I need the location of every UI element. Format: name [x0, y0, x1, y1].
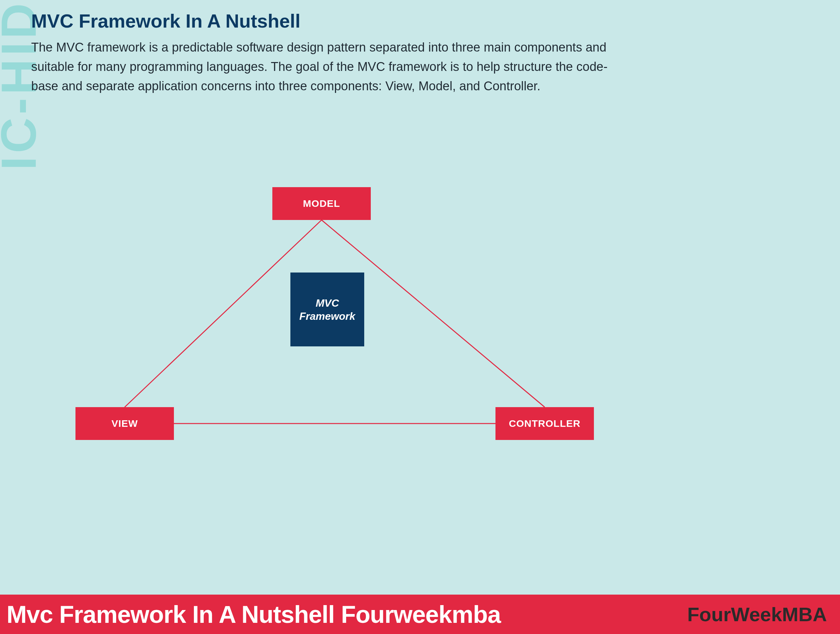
- node-model: MODEL: [272, 187, 371, 220]
- center-label-line2: Framework: [299, 310, 355, 322]
- mvc-diagram: MODEL VIEW CONTROLLER MVC Framework: [0, 171, 656, 499]
- page-description: The MVC framework is a predictable softw…: [31, 38, 632, 96]
- content-area: MVC Framework In A Nutshell The MVC fram…: [31, 10, 820, 96]
- footer-banner-text: Mvc Framework In A Nutshell Fourweekmba: [6, 601, 501, 628]
- brand-watermark: FourWeekMBA: [687, 603, 827, 626]
- center-label-line1: MVC: [316, 297, 339, 309]
- center-label: MVC Framework: [291, 272, 364, 346]
- node-controller: CONTROLLER: [496, 407, 594, 440]
- node-view: VIEW: [76, 407, 174, 440]
- page-title: MVC Framework In A Nutshell: [31, 10, 820, 32]
